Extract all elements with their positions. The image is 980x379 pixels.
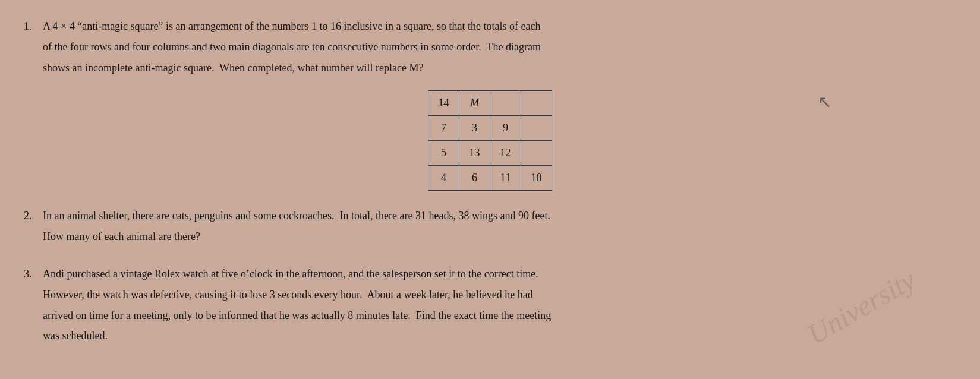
table-row: 4 6 11 10 (428, 166, 552, 191)
problem-1-line-1: A 4 × 4 “anti-magic square” is an arrang… (43, 18, 956, 35)
cell-r2c4 (521, 116, 552, 141)
cell-r4c1: 4 (428, 166, 459, 191)
cell-r3c3: 12 (490, 141, 521, 166)
problem-3-line-3: arrived on time for a meeting, only to b… (43, 307, 956, 324)
problem-2-line-1: In an animal shelter, there are cats, pe… (43, 207, 956, 225)
cell-r3c2: 13 (459, 141, 490, 166)
cell-r3c4 (521, 141, 552, 166)
cell-r1c2: M (459, 91, 490, 116)
magic-square-container: 14 M 7 3 9 5 13 12 (24, 90, 956, 191)
cell-r1c1: 14 (428, 91, 459, 116)
problem-1-body: A 4 × 4 “anti-magic square” is an arrang… (43, 18, 956, 80)
cell-r4c3: 11 (490, 166, 521, 191)
cell-r2c2: 3 (459, 116, 490, 141)
problem-3-number: 3. (24, 266, 43, 348)
cell-r2c1: 7 (428, 116, 459, 141)
problem-1-line-2: of the four rows and four columns and tw… (43, 39, 956, 56)
problem-3-body: Andi purchased a vintage Rolex watch at … (43, 266, 956, 348)
table-row: 5 13 12 (428, 141, 552, 166)
problem-1-line-3: shows an incomplete anti-magic square. W… (43, 59, 956, 77)
table-row: 7 3 9 (428, 116, 552, 141)
problem-1: 1. A 4 × 4 “anti-magic square” is an arr… (24, 18, 956, 191)
problem-3: 3. Andi purchased a vintage Rolex watch … (24, 266, 956, 348)
cell-r4c2: 6 (459, 166, 490, 191)
cell-r2c3: 9 (490, 116, 521, 141)
problem-3-line-1: Andi purchased a vintage Rolex watch at … (43, 266, 956, 283)
table-row: 14 M (428, 91, 552, 116)
problem-2-number: 2. (24, 207, 43, 249)
cell-r1c3 (490, 91, 521, 116)
cell-r4c4: 10 (521, 166, 552, 191)
problem-1-number: 1. (24, 18, 43, 80)
problem-2-line-2: How many of each animal are there? (43, 228, 956, 245)
problem-2-body: In an animal shelter, there are cats, pe… (43, 207, 956, 249)
magic-square-table: 14 M 7 3 9 5 13 12 (428, 90, 552, 191)
problem-3-line-4: was scheduled. (43, 327, 956, 345)
cell-r1c4 (521, 91, 552, 116)
cell-r3c1: 5 (428, 141, 459, 166)
problem-2: 2. In an animal shelter, there are cats,… (24, 207, 956, 249)
content-area: 1. A 4 × 4 “anti-magic square” is an arr… (24, 18, 956, 348)
problem-3-line-2: However, the watch was defective, causin… (43, 286, 956, 304)
